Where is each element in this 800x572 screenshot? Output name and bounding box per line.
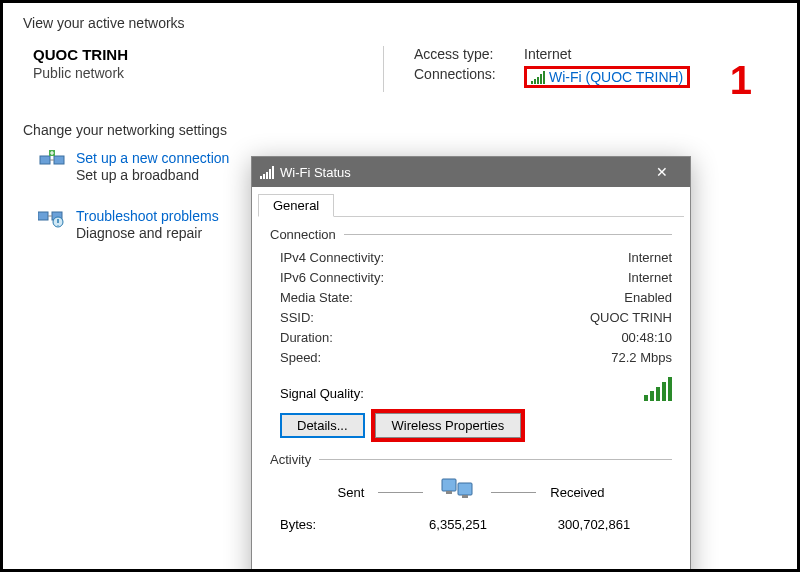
ipv4-label: IPv4 Connectivity: [280,250,384,265]
bytes-received-value: 300,702,861 [526,517,662,532]
callout-1: 1 [730,58,752,103]
divider [344,234,672,235]
signal-quality-label: Signal Quality: [280,386,364,401]
setup-connection-desc: Set up a broadband [76,167,229,183]
access-type-label: Access type: [414,46,524,62]
network-type: Public network [33,65,383,81]
ssid-label: SSID: [280,310,314,325]
svg-rect-1 [54,156,64,164]
activity-group-label: Activity [270,452,311,467]
media-state-label: Media State: [280,290,353,305]
tab-general[interactable]: General [258,194,334,217]
wifi-status-dialog: Wi-Fi Status ✕ General Connection IPv4 C… [251,156,691,572]
wifi-signal-icon [531,70,545,84]
svg-rect-7 [458,483,472,495]
troubleshoot-desc: Diagnose and repair [76,225,219,241]
dialog-titlebar[interactable]: Wi-Fi Status ✕ [252,157,690,187]
access-type-value: Internet [524,46,571,62]
network-name: QUOC TRINH [33,46,383,63]
signal-quality-icon [644,377,672,401]
svg-rect-0 [40,156,50,164]
received-label: Received [550,485,604,500]
svg-rect-6 [442,479,456,491]
bytes-label: Bytes: [280,517,390,532]
wifi-connection-link[interactable]: Wi-Fi (QUOC TRINH) [524,66,690,88]
activity-monitor-icon [437,477,477,507]
setup-connection-link[interactable]: Set up a new connection [76,150,229,166]
divider [491,492,536,493]
bytes-sent-value: 6,355,251 [390,517,526,532]
active-networks-title: View your active networks [23,15,777,31]
svg-rect-3 [38,212,48,220]
details-button[interactable]: Details... [280,413,365,438]
troubleshoot-icon [38,208,66,228]
divider [378,492,423,493]
speed-label: Speed: [280,350,321,365]
ipv4-value: Internet [628,250,672,265]
svg-rect-8 [446,491,452,494]
settings-title: Change your networking settings [23,122,777,138]
connection-link-text: Wi-Fi (QUOC TRINH) [549,69,683,85]
svg-rect-9 [462,495,468,498]
speed-value: 72.2 Mbps [611,350,672,365]
ipv6-value: Internet [628,270,672,285]
divider [319,459,672,460]
connections-label: Connections: [414,66,524,88]
setup-connection-icon [38,150,66,170]
wifi-signal-icon [260,165,274,179]
ipv6-label: IPv6 Connectivity: [280,270,384,285]
ssid-value: QUOC TRINH [590,310,672,325]
duration-label: Duration: [280,330,333,345]
wireless-properties-button[interactable]: Wireless Properties [375,413,522,438]
dialog-title: Wi-Fi Status [280,165,351,180]
duration-value: 00:48:10 [621,330,672,345]
close-button[interactable]: ✕ [642,164,682,180]
troubleshoot-link[interactable]: Troubleshoot problems [76,208,219,224]
connection-group-label: Connection [270,227,336,242]
sent-label: Sent [338,485,365,500]
media-state-value: Enabled [624,290,672,305]
